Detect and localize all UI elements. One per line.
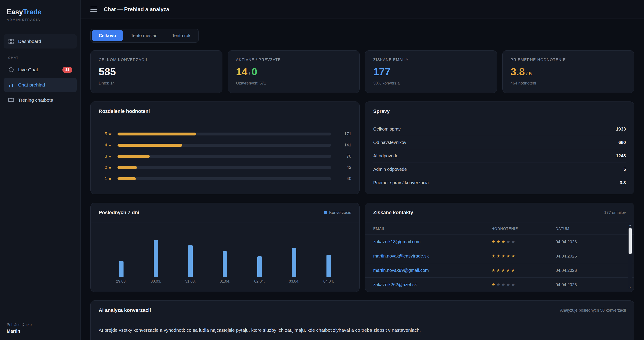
star-icon: ★: [496, 254, 500, 258]
kv-row: Od navstevnikov680: [373, 136, 626, 149]
star-icon: ★: [502, 239, 505, 244]
rating-rows: 5 ★1714 ★1413 ★702 ★421 ★40: [91, 121, 359, 194]
kv-value: 5: [624, 167, 626, 172]
sidebar: EasyTrade ADMINISTRÁCIA Dashboard CHAT L…: [0, 0, 80, 340]
chart-x-label: 29.03.: [116, 279, 127, 284]
rating-row: 5 ★171: [99, 131, 351, 136]
star-icon: ★: [506, 239, 510, 244]
stat-value-part: /: [248, 71, 252, 76]
ratings-card: Rozdelenie hodnoteni 5 ★1714 ★1413 ★702 …: [90, 101, 360, 194]
star-icon: ★: [511, 268, 515, 273]
email-link[interactable]: zakaznik13@gmail.com: [373, 239, 492, 244]
chart-column: 30.03.: [150, 240, 161, 284]
stat-card: ZISKANE EMAILY17730% konverzia: [365, 50, 497, 93]
app-root: EasyTrade ADMINISTRÁCIA Dashboard CHAT L…: [0, 0, 644, 340]
column-header-date: DATUM: [556, 227, 620, 231]
star-icon: ★: [496, 282, 500, 287]
hamburger-menu-icon[interactable]: [90, 7, 97, 12]
contacts-count: 177 emailov: [604, 210, 626, 215]
email-link[interactable]: martin.novak89@gmail.com: [373, 268, 492, 273]
star-icon: ★: [108, 154, 112, 158]
chart-x-label: 02.04.: [254, 279, 265, 284]
sidebar-item-live-chat[interactable]: Live Chat 31: [4, 63, 77, 77]
ai-card-header: AI analyza konverzacii Analyzuje posledn…: [91, 301, 634, 320]
chart-bar: [257, 256, 262, 277]
brand-subtitle: ADMINISTRÁCIA: [7, 18, 74, 21]
rating-count: 40: [337, 176, 351, 181]
kv-label: Celkom sprav: [373, 126, 400, 132]
signed-in-as-label: Prihlásený ako: [7, 323, 74, 327]
brand-logo: EasyTrade: [7, 8, 74, 16]
contact-date: 04.04.2026: [556, 268, 620, 273]
rating-row: 3 ★70: [99, 154, 351, 159]
stat-subtext: 30% konverzia: [373, 81, 489, 86]
star-icon: ★: [108, 165, 112, 170]
contacts-card-title: Ziskane kontakty: [373, 210, 413, 216]
rating-count: 171: [337, 131, 351, 136]
chart-bar: [292, 248, 296, 277]
star-icon: ★: [496, 268, 500, 273]
chart-x-label: 04.04.: [323, 279, 334, 284]
contacts-scrollbar[interactable]: ▲ ▼: [628, 223, 632, 290]
email-link[interactable]: zakaznik262@azet.sk: [373, 282, 492, 287]
star-icon: ★: [511, 254, 515, 258]
email-link[interactable]: martin.novak@easytrade.sk: [373, 254, 492, 259]
stat-label: ZISKANE EMAILY: [373, 58, 489, 62]
stat-value: 3.8 / 5: [511, 66, 626, 78]
sidebar-item-label: Dashboard: [18, 39, 41, 44]
scroll-up-icon[interactable]: ▲: [628, 223, 632, 227]
stat-subtext: Dnes: 14: [99, 81, 214, 86]
tab-tento-mesiac[interactable]: Tento mesiac: [124, 30, 164, 41]
rating-stars: ★★★★★: [492, 268, 556, 273]
star-icon: ★: [108, 143, 112, 147]
table-row: martin.novak@easytrade.sk★★★★★04.04.2026: [365, 249, 634, 263]
chart-x-label: 30.03.: [150, 279, 161, 284]
kv-row: AI odpovede1248: [373, 149, 626, 163]
star-icon: ★: [506, 254, 510, 258]
tab-celkovo[interactable]: Celkovo: [92, 30, 123, 41]
chart-bar: [326, 255, 331, 277]
kv-value: 680: [618, 140, 626, 145]
stat-value-part: 0: [252, 66, 257, 77]
star-icon: ★: [108, 177, 112, 181]
tab-tento-rok[interactable]: Tento rok: [165, 30, 197, 41]
last7-card-title: Poslednych 7 dni: [99, 210, 139, 216]
messages-card-header: Spravy: [365, 102, 634, 121]
messages-card-title: Spravy: [373, 108, 390, 114]
kv-value: 1933: [616, 126, 626, 132]
kv-label: Priemer sprav / konverzacia: [373, 180, 429, 185]
scrollbar-thumb[interactable]: [628, 228, 632, 254]
rating-row: 2 ★42: [99, 165, 351, 170]
chart-column: 02.04.: [254, 256, 265, 284]
sidebar-item-chat-overview[interactable]: Chat prehlad: [4, 78, 77, 92]
scroll-down-icon[interactable]: ▼: [628, 286, 632, 289]
rating-row-label: 3 ★: [99, 154, 112, 159]
sidebar-nav: Dashboard CHAT Live Chat 31 Chat prehlad: [0, 28, 80, 108]
table-row: zakaznik262@azet.sk★★★★★04.04.2026: [365, 277, 634, 292]
chart-x-label: 31.03.: [185, 279, 196, 284]
stat-value-part: 585: [99, 66, 116, 77]
chart-bar: [223, 251, 227, 277]
contacts-table-header: EMAIL HODNOTENIE DATUM: [365, 222, 634, 235]
chart-column: 03.04.: [289, 248, 300, 284]
sidebar-item-label: Chat prehlad: [18, 82, 45, 88]
star-icon: ★: [502, 282, 505, 287]
legend-swatch: [324, 211, 327, 214]
rating-bar-fill: [118, 133, 196, 135]
sidebar-item-dashboard[interactable]: Dashboard: [4, 34, 77, 48]
contact-date: 04.04.2026: [556, 239, 620, 244]
last7-card-header: Poslednych 7 dni Konverzacie: [91, 203, 359, 222]
chat-bubble-icon: [8, 67, 14, 73]
chart-x-label: 03.04.: [289, 279, 300, 284]
star-icon: ★: [492, 254, 495, 258]
sidebar-item-label: Live Chat: [18, 67, 38, 72]
kv-label: AI odpovede: [373, 153, 398, 158]
rating-row: 1 ★40: [99, 176, 351, 181]
sidebar-item-chatbot-training[interactable]: Tréning chatbota: [4, 93, 77, 107]
column-header-email: EMAIL: [373, 227, 492, 231]
rating-bar-fill: [118, 166, 137, 169]
kv-row: Celkom sprav1933: [373, 122, 626, 136]
sidebar-footer: Prihlásený ako Martin: [0, 317, 80, 340]
kv-row: Priemer sprav / konverzacia3.3: [373, 176, 626, 189]
star-icon: ★: [511, 239, 515, 244]
